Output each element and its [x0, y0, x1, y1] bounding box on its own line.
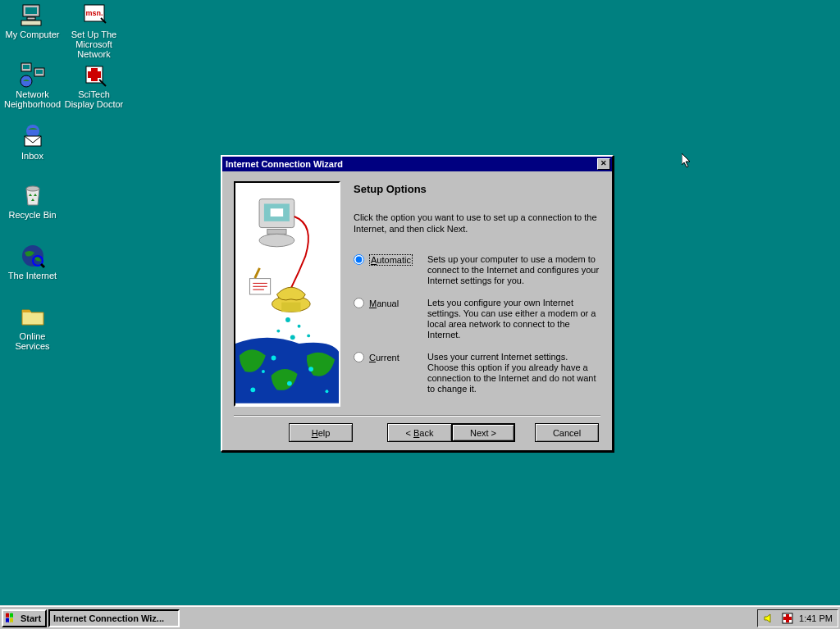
radio-current[interactable] [354, 352, 364, 362]
help-button[interactable]: Help [289, 423, 353, 442]
option-desc-automatic: Sets up your computer to use a modem to … [427, 254, 600, 286]
computer-icon [20, 2, 46, 28]
radio-label-automatic[interactable]: Automatic [369, 254, 413, 266]
svg-point-25 [259, 234, 294, 247]
radio-automatic[interactable] [354, 254, 364, 265]
folder-icon [20, 303, 46, 330]
svg-point-33 [285, 317, 290, 322]
taskbar: Start Internet Connection Wiz... 1:41 PM [0, 606, 840, 629]
network-icon [20, 62, 46, 88]
svg-point-40 [287, 381, 292, 386]
button-row: Help < Back Next > Cancel [234, 423, 600, 442]
display-doctor-icon [81, 62, 107, 88]
svg-text:msn.: msn. [85, 9, 103, 17]
wizard-heading: Setup Options [354, 183, 600, 195]
svg-point-36 [290, 335, 295, 340]
icon-label: SciTech Display Doctor [63, 89, 125, 109]
svg-rect-5 [23, 65, 30, 69]
svg-rect-19 [88, 71, 101, 78]
desktop-icon-msn-setup[interactable]: msn. Set Up The Microsoft Network [63, 2, 125, 59]
icon-label: Set Up The Microsoft Network [63, 30, 125, 59]
inbox-icon [20, 123, 46, 149]
recycle-bin-icon [20, 182, 46, 208]
taskbar-task[interactable]: Internet Connection Wiz... [48, 609, 180, 627]
icon-label: My Computer [2, 30, 63, 39]
svg-rect-46 [783, 617, 792, 620]
desktop-icon-online-services[interactable]: Online Services [2, 303, 63, 351]
option-manual: Manual Lets you configure your own Inter… [354, 298, 600, 340]
icon-label: Recycle Bin [2, 210, 63, 220]
svg-rect-1 [25, 7, 37, 14]
svg-rect-23 [271, 208, 284, 217]
desktop-icon-the-internet[interactable]: The Internet [2, 243, 63, 280]
internet-icon [20, 243, 46, 269]
wizard-window: Internet Connection Wizard ✕ [221, 155, 614, 452]
close-button[interactable]: ✕ [597, 158, 610, 170]
svg-point-34 [298, 325, 301, 328]
svg-line-14 [41, 264, 44, 267]
system-tray: 1:41 PM [757, 609, 838, 627]
radio-label-current[interactable]: Current [369, 353, 399, 362]
desktop-icon-network-neighborhood[interactable]: Network Neighborhood [2, 62, 63, 109]
svg-rect-32 [281, 303, 300, 312]
wizard-instruction: Click the option you want to use to set … [354, 212, 600, 235]
icon-label: The Internet [2, 271, 63, 280]
msn-icon: msn. [81, 2, 107, 28]
option-current: Current Uses your current Internet setti… [354, 352, 600, 394]
radio-label-manual[interactable]: Manual [369, 299, 399, 308]
start-label: Start [21, 613, 41, 623]
icon-label: Inbox [2, 151, 63, 161]
svg-point-43 [262, 370, 265, 373]
divider [234, 415, 600, 417]
svg-point-38 [250, 387, 255, 392]
svg-point-35 [276, 330, 280, 333]
option-desc-current: Uses your current Internet settings. Cho… [427, 352, 600, 394]
back-button[interactable]: < Back [387, 423, 451, 442]
task-label: Internet Connection Wiz... [53, 613, 164, 623]
svg-point-39 [272, 356, 276, 361]
desktop-icon-recycle-bin[interactable]: Recycle Bin [2, 182, 63, 220]
svg-point-41 [308, 367, 313, 371]
windows-flag-icon [5, 613, 18, 624]
next-button[interactable]: Next > [451, 423, 515, 442]
window-title: Internet Connection Wizard [224, 159, 597, 169]
svg-point-42 [326, 390, 329, 393]
cancel-button[interactable]: Cancel [535, 423, 599, 442]
svg-rect-24 [267, 230, 286, 235]
volume-icon[interactable] [763, 612, 776, 625]
tray-app-icon[interactable] [781, 612, 794, 625]
desktop-icon-my-computer[interactable]: My Computer [2, 2, 63, 39]
svg-point-37 [307, 334, 310, 337]
radio-manual[interactable] [354, 298, 364, 308]
wizard-image [234, 181, 340, 407]
titlebar[interactable]: Internet Connection Wizard ✕ [222, 157, 612, 171]
svg-rect-7 [36, 70, 43, 74]
option-automatic: Automatic Sets up your computer to use a… [354, 254, 600, 286]
start-button[interactable]: Start [2, 609, 47, 627]
clock[interactable]: 1:41 PM [799, 613, 833, 623]
icon-label: Online Services [2, 331, 63, 351]
svg-rect-2 [27, 17, 35, 20]
icon-label: Network Neighborhood [2, 89, 63, 109]
desktop-icon-scitech[interactable]: SciTech Display Doctor [63, 62, 125, 109]
window-body: Setup Options Click the option you want … [222, 171, 612, 450]
svg-rect-3 [21, 21, 41, 25]
svg-point-11 [26, 186, 39, 191]
desktop-icon-inbox[interactable]: Inbox [2, 123, 63, 161]
option-desc-manual: Lets you configure your own Internet set… [427, 298, 600, 340]
